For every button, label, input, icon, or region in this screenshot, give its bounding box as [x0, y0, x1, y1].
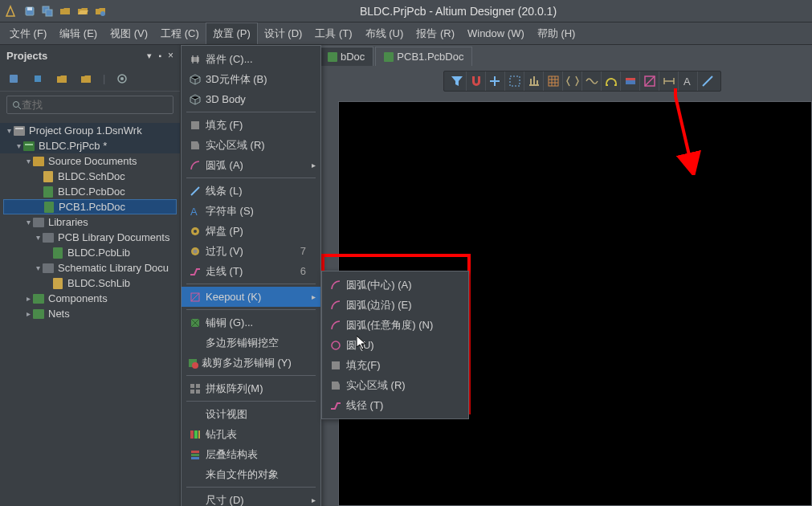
omega-tool-icon[interactable]: [602, 71, 621, 91]
menu-item[interactable]: 层叠结构表: [182, 444, 320, 464]
tree-row[interactable]: ▾Libraries: [0, 214, 180, 230]
magnet-tool-icon[interactable]: [467, 71, 486, 91]
open-project-icon[interactable]: [75, 4, 90, 18]
save-project-icon[interactable]: [6, 71, 21, 86]
settings-icon[interactable]: [115, 71, 129, 86]
menu-item[interactable]: 圆弧 (A)▸: [182, 155, 320, 175]
menu-item[interactable]: 布线 (U): [359, 22, 410, 44]
tree-row[interactable]: BLDC.PcbDoc: [0, 184, 180, 199]
tree-row[interactable]: ▸Components: [0, 291, 180, 306]
arc-icon: [327, 319, 345, 332]
tree-row[interactable]: ▾Project Group 1.DsnWrk: [0, 123, 180, 138]
svg-rect-53: [191, 454, 199, 456]
menu-item[interactable]: 设计视图: [182, 404, 320, 424]
submenu-item[interactable]: 圆 (U): [322, 335, 468, 355]
menu-item[interactable]: A字符串 (S): [182, 201, 320, 221]
submenu-item[interactable]: 填充(F): [322, 355, 468, 375]
tree-row[interactable]: ▸Nets: [0, 306, 180, 321]
select-tool-icon[interactable]: [505, 71, 524, 91]
compile-icon[interactable]: [31, 71, 45, 86]
drill-icon: [186, 428, 204, 441]
align-tool-icon[interactable]: [524, 71, 544, 91]
menu-item[interactable]: 钻孔表: [182, 424, 320, 444]
menu-item[interactable]: 实心区域 (R): [182, 135, 320, 155]
fill-icon: [186, 119, 204, 132]
submenu-item[interactable]: 圆弧(中心) (A): [322, 275, 468, 295]
filter-tool-icon[interactable]: [447, 71, 467, 91]
poly-icon: [186, 316, 204, 329]
menu-item[interactable]: 帮助 (H): [531, 22, 582, 44]
menu-item[interactable]: 来自文件的对象: [182, 464, 320, 484]
flip-tool-icon[interactable]: [563, 71, 582, 91]
menu-item[interactable]: 焊盘 (P): [182, 221, 320, 241]
menu-item[interactable]: 放置 (P): [206, 22, 258, 44]
menu-item[interactable]: 工具 (T): [308, 22, 358, 44]
pcb-doc-icon: [328, 52, 337, 62]
submenu-item[interactable]: 实心区域 (R): [322, 375, 468, 395]
tree-row[interactable]: BLDC.SchLib: [0, 275, 180, 291]
tree-row[interactable]: PCB1.PcbDoc: [3, 199, 177, 214]
menu-item[interactable]: 器件 (C)...: [182, 49, 320, 69]
svg-rect-19: [53, 278, 63, 289]
menu-item[interactable]: 线条 (L): [182, 181, 320, 201]
menu-item[interactable]: 填充 (F): [182, 115, 320, 135]
menu-item[interactable]: 3D Body: [182, 89, 320, 109]
menu-item[interactable]: Keepout (K)▸: [182, 287, 320, 307]
folder2-icon[interactable]: [79, 71, 93, 86]
plus-tool-icon[interactable]: [486, 71, 505, 91]
menu-item[interactable]: 编辑 (E): [53, 22, 104, 44]
grid-tool-icon[interactable]: [544, 71, 563, 91]
svg-rect-52: [191, 451, 199, 453]
keepout-tool-icon[interactable]: [640, 71, 659, 91]
open-icon[interactable]: [58, 4, 72, 18]
menu-item[interactable]: 裁剪多边形铺铜 (Y): [182, 353, 320, 373]
menu-item[interactable]: 过孔 (V)7: [182, 241, 320, 261]
tree-label: Components: [48, 292, 108, 304]
document-tab[interactable]: bDoc: [319, 47, 373, 66]
panel-close-icon[interactable]: ×: [168, 50, 173, 61]
menu-item[interactable]: 报告 (R): [410, 22, 461, 44]
menu-item[interactable]: 工程 (C): [154, 22, 206, 44]
panel-pin-icon[interactable]: ▾: [147, 51, 152, 61]
svg-rect-23: [549, 76, 558, 86]
submenu-item[interactable]: 线径 (T): [322, 395, 468, 415]
menu-item[interactable]: Window (W): [461, 22, 531, 44]
tree-row[interactable]: ▾Source Documents: [0, 153, 180, 169]
wave-tool-icon[interactable]: [582, 71, 602, 91]
menu-item[interactable]: 拼板阵列(M): [182, 378, 320, 398]
menu-item[interactable]: 铺铜 (G)...: [182, 312, 320, 333]
folder1-icon[interactable]: [55, 71, 69, 86]
panel-dock-icon[interactable]: ▪: [158, 51, 161, 60]
circ-icon: [327, 339, 345, 352]
dim-tool-icon[interactable]: [659, 71, 679, 91]
tree-row[interactable]: BLDC.PcbLib: [0, 245, 180, 260]
tree-row[interactable]: ▾BLDC.PrjPcb *: [0, 138, 180, 153]
layer-tool-icon[interactable]: [621, 71, 640, 91]
search-input[interactable]: [6, 96, 173, 114]
menu-item[interactable]: 设计 (D): [258, 22, 309, 44]
menu-item[interactable]: 3D元件体 (B): [182, 69, 320, 89]
svg-line-41: [191, 293, 199, 301]
menu-item[interactable]: 视图 (V): [104, 22, 154, 44]
tree-row[interactable]: BLDC.SchDoc: [0, 169, 180, 184]
tree-label: BLDC.PcbLib: [67, 247, 130, 259]
line-tool-icon[interactable]: [698, 71, 717, 91]
tree-row[interactable]: ▾Schematic Library Docu: [0, 260, 180, 275]
save-icon[interactable]: [22, 4, 37, 18]
save-all-icon[interactable]: [40, 4, 55, 18]
svg-point-8: [120, 77, 124, 80]
arc-icon: [186, 159, 204, 172]
menu-item[interactable]: 尺寸 (D)▸: [182, 490, 320, 506]
submenu-item[interactable]: 圆弧(任意角度) (N): [322, 315, 468, 335]
menu-item[interactable]: 走线 (T)6: [182, 261, 320, 281]
svg-rect-16: [43, 186, 53, 198]
document-tab[interactable]: PCB1.PcbDoc: [375, 47, 472, 66]
svg-rect-14: [25, 144, 33, 145]
open-doc-icon[interactable]: [93, 4, 108, 18]
submenu-item[interactable]: 圆弧(边沿) (E): [322, 295, 468, 315]
text-tool-icon[interactable]: A: [679, 71, 698, 91]
svg-rect-21: [384, 52, 394, 62]
menu-item[interactable]: 多边形铺铜挖空: [182, 333, 320, 353]
tree-row[interactable]: ▾PCB Library Documents: [0, 230, 180, 245]
menu-item[interactable]: 文件 (F): [3, 22, 53, 44]
